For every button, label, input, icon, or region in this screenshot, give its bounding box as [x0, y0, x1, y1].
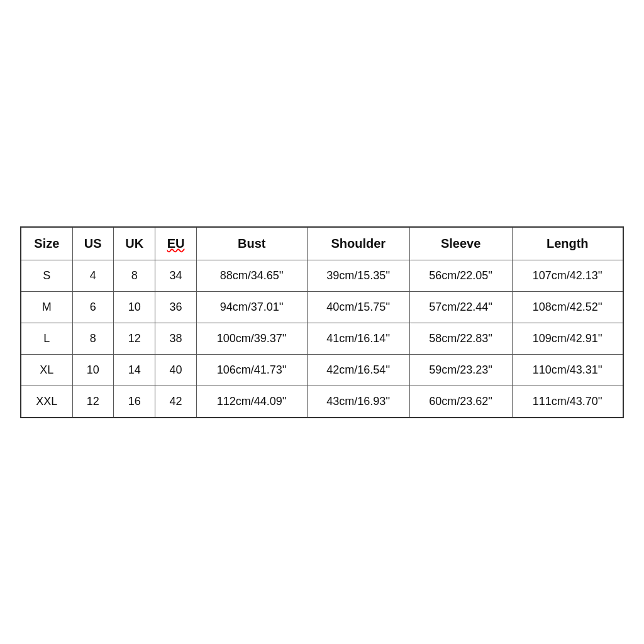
cell-us: 8 [72, 323, 113, 354]
header-size: Size [21, 227, 72, 260]
header-uk: UK [113, 227, 155, 260]
header-length: Length [512, 227, 623, 260]
cell-length: 107cm/42.13'' [512, 260, 623, 291]
cell-shoulder: 42cm/16.54'' [307, 354, 409, 386]
cell-length: 110cm/43.31'' [512, 354, 623, 386]
cell-us: 4 [72, 260, 113, 291]
cell-eu: 38 [155, 323, 196, 354]
cell-uk: 16 [113, 386, 155, 418]
header-shoulder: Shoulder [307, 227, 409, 260]
cell-length: 108cm/42.52'' [512, 291, 623, 323]
header-eu: EU [155, 227, 196, 260]
cell-shoulder: 41cm/16.14'' [307, 323, 409, 354]
size-chart-container: Size US UK EU Bust Shoulder Sleeve Lengt… [20, 226, 624, 418]
cell-sleeve: 58cm/22.83'' [409, 323, 512, 354]
table-row: S483488cm/34.65''39cm/15.35''56cm/22.05'… [21, 260, 623, 291]
cell-shoulder: 39cm/15.35'' [307, 260, 409, 291]
cell-length: 111cm/43.70'' [512, 386, 623, 418]
cell-eu: 42 [155, 386, 196, 418]
cell-size: M [21, 291, 72, 323]
cell-sleeve: 56cm/22.05'' [409, 260, 512, 291]
cell-eu: 40 [155, 354, 196, 386]
cell-size: L [21, 323, 72, 354]
cell-eu: 36 [155, 291, 196, 323]
cell-uk: 14 [113, 354, 155, 386]
cell-bust: 94cm/37.01'' [196, 291, 307, 323]
cell-bust: 88cm/34.65'' [196, 260, 307, 291]
table-row: L81238100cm/39.37''41cm/16.14''58cm/22.8… [21, 323, 623, 354]
table-row: XL101440106cm/41.73''42cm/16.54''59cm/23… [21, 354, 623, 386]
header-bust: Bust [196, 227, 307, 260]
cell-shoulder: 43cm/16.93'' [307, 386, 409, 418]
cell-uk: 10 [113, 291, 155, 323]
size-chart-table: Size US UK EU Bust Shoulder Sleeve Lengt… [20, 226, 624, 418]
cell-us: 10 [72, 354, 113, 386]
cell-us: 6 [72, 291, 113, 323]
cell-uk: 8 [113, 260, 155, 291]
cell-sleeve: 59cm/23.23'' [409, 354, 512, 386]
header-us: US [72, 227, 113, 260]
cell-eu: 34 [155, 260, 196, 291]
cell-shoulder: 40cm/15.75'' [307, 291, 409, 323]
cell-uk: 12 [113, 323, 155, 354]
cell-size: S [21, 260, 72, 291]
cell-us: 12 [72, 386, 113, 418]
cell-size: XXL [21, 386, 72, 418]
table-row: XXL121642112cm/44.09''43cm/16.93''60cm/2… [21, 386, 623, 418]
page-wrapper: Size US UK EU Bust Shoulder Sleeve Lengt… [0, 0, 644, 644]
cell-bust: 112cm/44.09'' [196, 386, 307, 418]
table-row: M6103694cm/37.01''40cm/15.75''57cm/22.44… [21, 291, 623, 323]
cell-length: 109cm/42.91'' [512, 323, 623, 354]
cell-bust: 106cm/41.73'' [196, 354, 307, 386]
cell-bust: 100cm/39.37'' [196, 323, 307, 354]
cell-size: XL [21, 354, 72, 386]
cell-sleeve: 57cm/22.44'' [409, 291, 512, 323]
header-sleeve: Sleeve [409, 227, 512, 260]
cell-sleeve: 60cm/23.62'' [409, 386, 512, 418]
table-header-row: Size US UK EU Bust Shoulder Sleeve Lengt… [21, 227, 623, 260]
